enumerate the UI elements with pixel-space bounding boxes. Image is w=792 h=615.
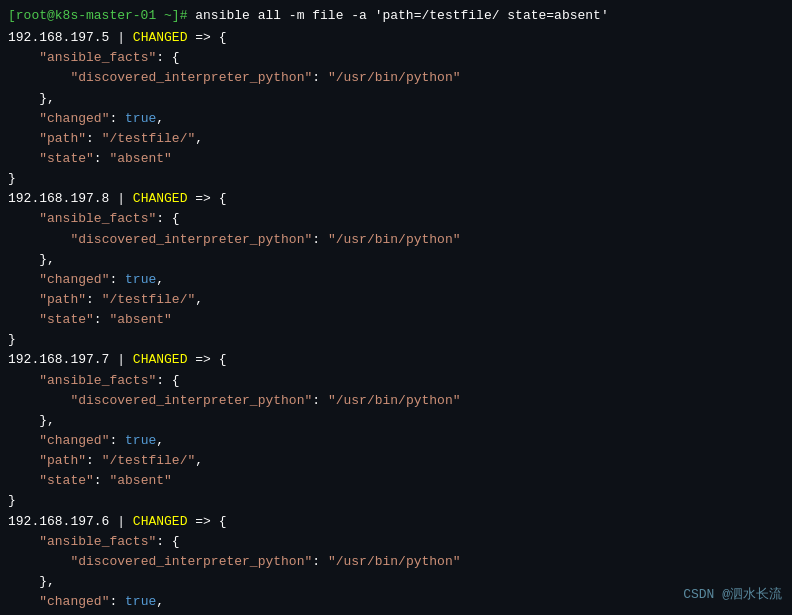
host-header-1: 192.168.197.8 | CHANGED => { — [8, 189, 784, 209]
command-line: [root@k8s-master-01 ~]# ansible all -m f… — [8, 6, 784, 26]
host-line-0-2: }, — [8, 89, 784, 109]
host-line-2-6: } — [8, 491, 784, 511]
host-line-1-6: } — [8, 330, 784, 350]
host-block-0: 192.168.197.5 | CHANGED => { "ansible_fa… — [8, 28, 784, 189]
host-line-3-0: "ansible_facts": { — [8, 532, 784, 552]
host-line-3-2: }, — [8, 572, 784, 592]
host-line-1-2: }, — [8, 250, 784, 270]
host-header-3: 192.168.197.6 | CHANGED => { — [8, 512, 784, 532]
host-line-1-3: "changed": true, — [8, 270, 784, 290]
host-line-1-5: "state": "absent" — [8, 310, 784, 330]
host-line-1-0: "ansible_facts": { — [8, 209, 784, 229]
host-line-2-2: }, — [8, 411, 784, 431]
changed-label: CHANGED — [133, 191, 188, 206]
host-line-0-6: } — [8, 169, 784, 189]
watermark: CSDN @泗水长流 — [683, 585, 782, 605]
command-text: ansible all -m file -a 'path=/testfile/ … — [187, 8, 608, 23]
host-block-3: 192.168.197.6 | CHANGED => { "ansible_fa… — [8, 512, 784, 615]
host-header-2: 192.168.197.7 | CHANGED => { — [8, 350, 784, 370]
host-line-2-3: "changed": true, — [8, 431, 784, 451]
host-header-0: 192.168.197.5 | CHANGED => { — [8, 28, 784, 48]
host-line-3-3: "changed": true, — [8, 592, 784, 612]
changed-label: CHANGED — [133, 30, 188, 45]
host-line-1-4: "path": "/testfile/", — [8, 290, 784, 310]
changed-label: CHANGED — [133, 514, 188, 529]
host-line-3-1: "discovered_interpreter_python": "/usr/b… — [8, 552, 784, 572]
host-line-0-3: "changed": true, — [8, 109, 784, 129]
host-block-1: 192.168.197.8 | CHANGED => { "ansible_fa… — [8, 189, 784, 350]
host-line-1-1: "discovered_interpreter_python": "/usr/b… — [8, 230, 784, 250]
host-line-0-1: "discovered_interpreter_python": "/usr/b… — [8, 68, 784, 88]
host-line-2-5: "state": "absent" — [8, 471, 784, 491]
host-line-2-4: "path": "/testfile/", — [8, 451, 784, 471]
host-block-2: 192.168.197.7 | CHANGED => { "ansible_fa… — [8, 350, 784, 511]
host-line-0-0: "ansible_facts": { — [8, 48, 784, 68]
host-line-2-1: "discovered_interpreter_python": "/usr/b… — [8, 391, 784, 411]
host-blocks: 192.168.197.5 | CHANGED => { "ansible_fa… — [8, 28, 784, 615]
terminal: [root@k8s-master-01 ~]# ansible all -m f… — [0, 0, 792, 615]
host-line-0-4: "path": "/testfile/", — [8, 129, 784, 149]
command-prompt: [root@k8s-master-01 ~]# — [8, 8, 187, 23]
host-line-0-5: "state": "absent" — [8, 149, 784, 169]
changed-label: CHANGED — [133, 352, 188, 367]
host-line-2-0: "ansible_facts": { — [8, 371, 784, 391]
